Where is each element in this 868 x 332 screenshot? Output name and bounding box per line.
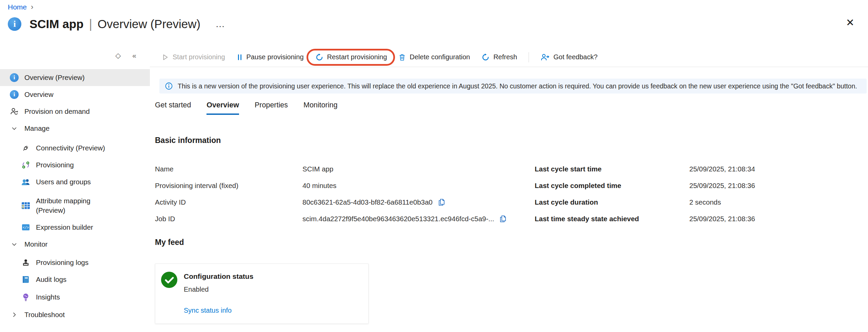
play-icon [161, 54, 169, 61]
got-feedback-button[interactable]: Got feedback? [540, 53, 597, 61]
restart-provisioning-button[interactable]: Restart provisioning [315, 53, 387, 61]
close-icon[interactable]: ✕ [846, 18, 854, 28]
sidebar-item-connectivity[interactable]: Connectivity (Preview) [0, 140, 150, 157]
more-options-icon[interactable]: … [215, 19, 225, 29]
info-icon: i [9, 73, 19, 82]
breadcrumb-chevron-icon: › [31, 3, 33, 12]
lightbulb-icon [21, 292, 31, 302]
copy-icon[interactable] [499, 215, 507, 223]
sidebar: ◇ « i Overview (Preview) i Overview [0, 47, 150, 323]
sidebar-item-insights[interactable]: Insights [0, 289, 150, 306]
toolbar-separator [529, 52, 529, 62]
sidebar-group-manage[interactable]: Manage [0, 120, 150, 137]
copy-icon[interactable] [437, 198, 446, 206]
trash-icon [398, 53, 406, 61]
pin-dashboard-icon[interactable]: ◇ [115, 51, 121, 60]
table-grid-icon [21, 201, 31, 210]
sidebar-item-provision-on-demand[interactable]: Provision on demand [0, 103, 150, 120]
app-name: SCIM app [29, 17, 83, 31]
sidebar-item-provisioning-logs[interactable]: Provisioning logs [0, 254, 150, 271]
users-icon [21, 177, 31, 187]
pause-icon [237, 54, 243, 61]
restart-icon [315, 53, 323, 61]
tab-overview[interactable]: Overview [206, 101, 239, 115]
command-bar: Start provisioning Pause provisioning Re… [150, 47, 868, 67]
code-icon: </> [21, 223, 31, 232]
info-icon: i [9, 90, 19, 99]
info-banner: This is a new version of the provisionin… [159, 79, 867, 94]
svg-text:</>: </> [23, 226, 29, 230]
field-last-cycle-start: Last cycle start time 25/09/2025, 21:08:… [535, 161, 755, 177]
refresh-icon [481, 53, 490, 61]
pause-provisioning-button[interactable]: Pause provisioning [237, 53, 304, 61]
page-title: Overview (Preview) [98, 17, 200, 31]
sidebar-item-provisioning[interactable]: Provisioning [0, 157, 150, 173]
notebook-icon [21, 275, 31, 284]
page-header: i SCIM app | Overview (Preview) … [8, 17, 225, 31]
breadcrumb: Home › [8, 3, 33, 12]
feedback-person-icon [540, 53, 550, 61]
sync-status-info-link[interactable]: Sync status info [184, 307, 232, 314]
field-name: Name SCIM app [155, 161, 507, 177]
tab-bar: Get started Overview Properties Monitori… [155, 101, 337, 115]
scim-app-overview-page: Home › i SCIM app | Overview (Preview) …… [0, 0, 868, 332]
collapse-sidebar-icon[interactable]: « [132, 51, 136, 60]
basic-info-right-column: Last cycle start time 25/09/2025, 21:08:… [535, 161, 755, 227]
field-last-cycle-completed: Last cycle completed time 25/09/2025, 21… [535, 177, 755, 194]
app-info-icon: i [8, 17, 21, 31]
field-provisioning-interval: Provisioning interval (fixed) 40 minutes [155, 177, 507, 194]
basic-information-heading: Basic information [155, 136, 221, 145]
tab-get-started[interactable]: Get started [155, 101, 191, 115]
sidebar-item-audit-logs[interactable]: Audit logs [0, 271, 150, 288]
sidebar-group-troubleshoot[interactable]: Troubleshoot [0, 306, 150, 323]
sidebar-item-attribute-mapping[interactable]: Attribute mapping (Preview) [0, 192, 150, 219]
person-sync-icon [9, 107, 19, 116]
start-provisioning-button[interactable]: Start provisioning [161, 53, 225, 61]
sidebar-item-expression-builder[interactable]: </> Expression builder [0, 219, 150, 236]
chevron-right-icon [9, 310, 19, 319]
sidebar-group-monitor[interactable]: Monitor [0, 236, 150, 253]
tab-monitoring[interactable]: Monitoring [303, 101, 337, 115]
sync-circles-icon [21, 160, 31, 170]
refresh-button[interactable]: Refresh [481, 53, 517, 61]
chevron-down-icon [9, 124, 19, 133]
field-last-steady-state: Last time steady state achieved 25/09/20… [535, 210, 755, 227]
sidebar-item-overview[interactable]: i Overview [0, 86, 150, 103]
chevron-down-icon [9, 240, 19, 249]
title-separator: | [89, 17, 92, 31]
card-status: Enabled [184, 286, 209, 293]
card-title: Configuration status [184, 272, 253, 281]
info-circle-icon [165, 82, 173, 90]
configuration-status-card: Configuration status Enabled Sync status… [155, 264, 369, 324]
sidebar-item-users-and-groups[interactable]: Users and groups [0, 173, 150, 190]
sidebar-item-overview-preview[interactable]: i Overview (Preview) [0, 69, 150, 86]
person-log-icon [21, 258, 31, 267]
banner-text: This is a new version of the provisionin… [178, 82, 857, 90]
success-check-icon [161, 271, 178, 288]
field-last-cycle-duration: Last cycle duration 2 seconds [535, 194, 755, 210]
delete-configuration-button[interactable]: Delete configuration [398, 53, 470, 61]
field-job-id: Job ID scim.4da2272f9f5e40be963463620e51… [155, 210, 507, 227]
basic-info-left-column: Name SCIM app Provisioning interval (fix… [155, 161, 507, 227]
field-activity-id: Activity ID 80c63621-62a5-4d03-bf82-6a68… [155, 194, 507, 210]
breadcrumb-home-link[interactable]: Home [8, 3, 27, 11]
my-feed-heading: My feed [155, 238, 184, 247]
tab-properties[interactable]: Properties [255, 101, 288, 115]
plug-icon [21, 143, 31, 153]
